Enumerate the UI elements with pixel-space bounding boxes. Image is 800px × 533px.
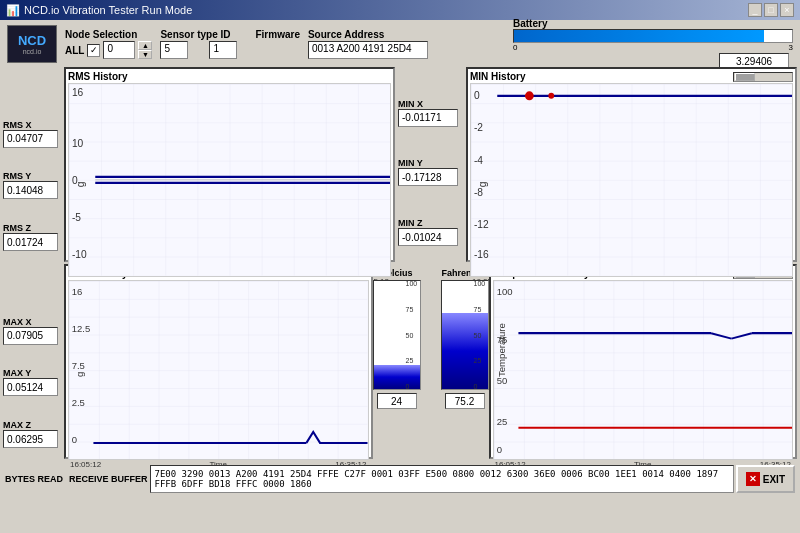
status-bar: BYTES READ RECEIVE BUFFER 7E00 3290 0013… xyxy=(3,461,797,497)
fahrenheit-gauge: Fahrenheit 100 75 50 25 0 75.2 xyxy=(442,268,488,459)
rms-spacer xyxy=(3,78,61,96)
svg-text:-16: -16 xyxy=(474,249,489,260)
top-charts-row: RMS X 0.04707 RMS Y 0.14048 RMS Z 0.0172… xyxy=(3,67,797,262)
rms-z-group: RMS Z 0.01724 xyxy=(3,223,61,251)
min-scrollbar-thumb xyxy=(735,73,755,81)
window-controls: _ □ × xyxy=(748,3,794,17)
max-y-value: 0.05124 xyxy=(3,378,58,396)
max-x-value: 0.07905 xyxy=(3,327,58,345)
receive-buffer-label: RECEIVE BUFFER xyxy=(69,474,148,484)
svg-text:10: 10 xyxy=(72,138,84,149)
source-address-group: Source Address 0013 A200 4191 25D4 xyxy=(308,29,428,59)
rms-z-label: RMS Z xyxy=(3,223,61,233)
node-spinner: ▲ ▼ xyxy=(138,41,152,59)
sensor-type-input[interactable]: 5 xyxy=(160,41,188,59)
max-chart-panel: MAX History 16 12.5 7.5 2.5 0 xyxy=(64,264,373,459)
min-x-group: MIN X -0.01171 xyxy=(398,99,463,127)
svg-text:0: 0 xyxy=(474,90,480,101)
rms-chart-title: RMS History xyxy=(68,71,391,82)
svg-text:-2: -2 xyxy=(474,122,483,133)
min-y-value: -0.17128 xyxy=(398,168,458,186)
svg-rect-29 xyxy=(494,281,793,459)
min-z-group: MIN Z -0.01024 xyxy=(398,218,463,246)
exit-label: EXIT xyxy=(763,474,785,485)
sensor-firmware-label-row: Sensor type ID Firmware xyxy=(160,29,300,40)
svg-text:16: 16 xyxy=(72,286,83,297)
sensor-firmware-value-row: 5 1 xyxy=(160,41,300,59)
rms-y-group: RMS Y 0.14048 xyxy=(3,171,61,199)
min-x-label: MIN X xyxy=(398,99,463,109)
svg-text:-12: -12 xyxy=(474,219,489,230)
max-y-label: MAX Y xyxy=(3,368,61,378)
max-chart-area: 16 12.5 7.5 2.5 0 g xyxy=(68,280,369,460)
svg-text:Temperature: Temperature xyxy=(495,323,506,377)
receive-buffer-box: 7E00 3290 0013 A200 4191 25D4 FFFE C27F … xyxy=(150,465,734,493)
rms-chart-panel: RMS History 16 10 0 -5 -10 xyxy=(64,67,395,262)
node-spin-group: 0 ▲ ▼ xyxy=(103,41,152,59)
node-spin-down[interactable]: ▼ xyxy=(138,50,152,59)
svg-rect-21 xyxy=(69,281,368,459)
svg-text:-4: -4 xyxy=(474,155,483,166)
max-chart-svg: 16 12.5 7.5 2.5 0 g xyxy=(69,281,368,459)
exit-button[interactable]: ✕ EXIT xyxy=(736,465,795,493)
firmware-label: Firmware xyxy=(255,29,299,40)
svg-text:16: 16 xyxy=(72,87,84,98)
main-content: NCD ncd.io Node Selection ALL ✓ 0 ▲ ▼ xyxy=(0,20,800,533)
battery-fill xyxy=(514,30,764,42)
rms-x-label: RMS X xyxy=(3,120,61,130)
max-x-label: MAX X xyxy=(3,317,61,327)
node-value-input[interactable]: 0 xyxy=(103,41,135,59)
sensor-type-label: Sensor type ID xyxy=(160,29,230,40)
battery-scale-max: 3 xyxy=(789,43,793,52)
temp-chart-svg: 100 75 50 25 0 Temperature xyxy=(494,281,793,459)
svg-text:0: 0 xyxy=(496,443,501,454)
node-selection-row: ALL ✓ 0 ▲ ▼ xyxy=(65,41,152,59)
rms-y-label: RMS Y xyxy=(3,171,61,181)
svg-text:g: g xyxy=(74,372,85,377)
svg-text:-10: -10 xyxy=(72,249,87,260)
svg-text:g: g xyxy=(75,181,86,187)
svg-text:-5: -5 xyxy=(72,212,81,223)
svg-text:2.5: 2.5 xyxy=(72,397,85,408)
rms-x-group: RMS X 0.04707 xyxy=(3,120,61,148)
max-spacer xyxy=(3,275,61,293)
min-chart-panel: MIN History 0 -2 -4 -8 - xyxy=(466,67,797,262)
maximize-button[interactable]: □ xyxy=(764,3,778,17)
exit-icon: ✕ xyxy=(746,472,760,486)
battery-bar xyxy=(513,29,793,43)
logo: NCD ncd.io xyxy=(7,25,57,63)
min-z-value: -0.01024 xyxy=(398,228,458,246)
node-selection-group: Node Selection ALL ✓ 0 ▲ ▼ xyxy=(65,29,152,59)
min-y-group: MIN Y -0.17128 xyxy=(398,158,463,186)
temp-chart-panel: Temperature History 100 75 50 25 xyxy=(489,264,798,459)
celsius-value: 24 xyxy=(377,393,417,409)
source-address-input[interactable]: 0013 A200 4191 25D4 xyxy=(308,41,428,59)
svg-text:-8: -8 xyxy=(474,187,483,198)
min-chart-svg: 0 -2 -4 -8 -12 -16 g xyxy=(471,84,792,276)
svg-text:100: 100 xyxy=(496,286,512,297)
min-z-label: MIN Z xyxy=(398,218,463,228)
temp-chart-area: 100 75 50 25 0 Temperature xyxy=(493,280,794,460)
all-checkbox[interactable]: ✓ xyxy=(87,44,100,57)
min-scrollbar[interactable] xyxy=(733,72,793,82)
svg-text:0: 0 xyxy=(72,434,77,445)
max-z-label: MAX Z xyxy=(3,420,61,430)
firmware-input[interactable]: 1 xyxy=(209,41,237,59)
minimize-button[interactable]: _ xyxy=(748,3,762,17)
source-address-label: Source Address xyxy=(308,29,428,40)
max-left-values: MAX X 0.07905 MAX Y 0.05124 MAX Z 0.0629… xyxy=(3,264,61,459)
rms-z-value: 0.01724 xyxy=(3,233,58,251)
celsius-gauge: Celcius 100 75 50 25 0 24 xyxy=(374,268,420,459)
node-spin-up[interactable]: ▲ xyxy=(138,41,152,50)
close-button[interactable]: × xyxy=(780,3,794,17)
max-z-value: 0.06295 xyxy=(3,430,58,448)
top-bar: NCD ncd.io Node Selection ALL ✓ 0 ▲ ▼ xyxy=(3,23,797,65)
battery-label: Battery xyxy=(513,18,793,29)
bottom-section: MAX X 0.07905 MAX Y 0.05124 MAX Z 0.0629… xyxy=(3,264,797,459)
svg-text:25: 25 xyxy=(496,416,507,427)
battery-scale-min: 0 xyxy=(513,43,517,52)
min-y-label: MIN Y xyxy=(398,158,463,168)
svg-point-18 xyxy=(525,91,534,100)
rms-chart-area: 16 10 0 -5 -10 g xyxy=(68,83,391,277)
min-x-value: -0.01171 xyxy=(398,109,458,127)
